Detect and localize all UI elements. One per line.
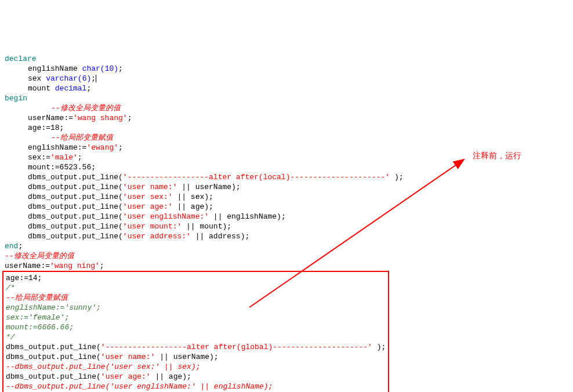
box-age: age:=14; [6,274,42,282]
block-sex: sex:='female'; [6,313,69,322]
comment-modify-global: --修改全局变量的值 [51,104,121,112]
semi: ; [78,153,82,162]
call-dbms: dbms_output.put_line( [28,202,123,211]
str-userename: 'user englishName:' [123,212,209,221]
str-username: 'user name:' [123,183,177,191]
call-dbms: dbms_output.put_line( [28,173,123,182]
type-varchar6: varchar(6) [46,74,91,83]
str-username2: 'user name:' [101,353,155,361]
call-dbms: dbms_output.put_line( [28,232,123,241]
close: || address); [191,232,249,241]
comment-give-local2: --给局部变量赋值 [6,293,68,302]
str-ewang: 'ewang' [86,143,118,152]
assign-username2: userName:= [5,262,50,270]
type-decimal: decimal [55,84,87,93]
assign-mount: mount:=6523.56; [28,163,96,172]
close: || mount); [182,222,231,231]
type-char10: char(10) [82,64,118,73]
str-useraddress: 'user address:' [123,232,191,241]
str-usersex: 'user sex:' [123,193,173,201]
keyword-begin: begin [5,94,27,103]
str-alter-local: '------------------alter after(local)---… [123,173,390,182]
ident-englishName: englishName [28,64,82,73]
close: || age); [151,372,191,381]
commented-sex: --dbms_output.put_line('user sex:' || se… [6,362,200,371]
comment-give-local: --给局部变量赋值 [51,133,113,142]
keyword-declare: declare [5,55,37,63]
call-dbms: dbms_output.put_line( [28,222,123,231]
assign-username: userName:= [28,114,73,122]
call-dbms: dbms_output.put_line( [28,183,123,191]
block-mount: mount:=6666.66; [6,323,74,332]
call-dbms: dbms_output.put_line( [6,372,101,381]
semi: ; [118,64,123,73]
call-dbms: dbms_output.put_line( [28,212,123,221]
ident-mount: mount [28,84,55,93]
close: ); [390,173,403,182]
assign-sex: sex:= [28,153,50,162]
close: || userName); [155,353,218,361]
commented-ename: --dbms_output.put_line('user englishName… [6,382,273,391]
block-ename: englishName:='sunny'; [6,303,101,312]
str-wangshang: 'wang shang' [73,114,128,122]
call-dbms: dbms_output.put_line( [28,193,123,201]
call-dbms: dbms_output.put_line( [6,343,101,351]
semi: ; [91,74,96,83]
semi: ; [18,242,23,251]
close: || sex); [173,193,213,201]
block-comment-start: /* [6,284,15,292]
ident-sex: sex [28,74,46,83]
str-userage: 'user age:' [123,202,173,211]
close: || englishName); [209,212,286,221]
code-block: declare englishName char(10); sex varcha… [5,44,568,392]
str-userage2: 'user age:' [101,372,151,381]
close: ); [372,343,386,351]
semi: ; [128,114,132,122]
semi: ; [86,84,91,93]
block-comment-end: */ [6,333,15,342]
assign-age: age:=18; [28,124,64,132]
semi: ; [118,143,123,152]
semi: ; [100,262,104,270]
str-wangning: 'wang ning' [50,262,100,270]
close: || age); [173,202,213,211]
annotation-label: 注释前，运行 [473,151,521,161]
call-dbms: dbms_output.put_line( [6,353,101,361]
close: || userName); [177,183,240,191]
highlight-box: age:=14; /* --给局部变量赋值 englishName:='sunn… [2,271,389,392]
str-alter-global: '------------------alter after(global)--… [101,343,372,351]
comment-modify-global2: --修改全局变量的值 [5,252,74,260]
str-usermount: 'user mount:' [123,222,182,231]
str-male: 'male' [50,153,78,162]
text-cursor [96,75,96,82]
keyword-end: end [5,242,18,251]
assign-ename: englishName:= [28,143,86,152]
